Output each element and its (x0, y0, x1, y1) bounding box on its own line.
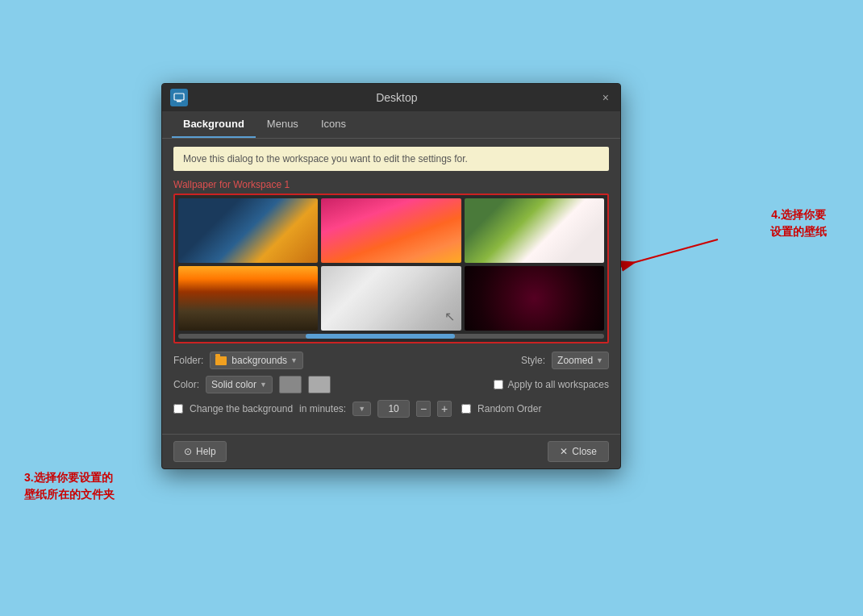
apply-all-label: Apply to all workspaces (508, 379, 609, 390)
folder-icon (215, 356, 227, 365)
random-order-checkbox[interactable] (461, 404, 471, 414)
minutes-dropdown[interactable]: ▼ (352, 402, 371, 416)
wallpaper-grid: ↖ (178, 198, 604, 331)
wallpaper-item-jellyfish[interactable]: ↖ (321, 266, 461, 331)
window-title: Desktop (194, 91, 599, 104)
color-value: Solid color (211, 379, 256, 390)
annotation-right: 4.选择你要设置的壁纸 (770, 206, 827, 240)
app-icon (170, 89, 188, 106)
svg-rect-5 (177, 101, 181, 102)
dialog-content: Move this dialog to the workspace you wa… (162, 139, 620, 429)
info-bar: Move this dialog to the workspace you wa… (173, 147, 609, 171)
color-swatch-2[interactable] (308, 376, 331, 393)
title-bar: Desktop × (162, 84, 620, 111)
wallpaper-scrollbar[interactable] (178, 334, 604, 339)
folder-dropdown-arrow: ▼ (290, 356, 298, 364)
tab-background[interactable]: Background (172, 111, 256, 138)
close-button[interactable]: ✕ Close (548, 441, 609, 462)
wallpaper-container: ↖ (173, 194, 609, 343)
change-bg-checkbox[interactable] (173, 404, 183, 414)
wallpaper-item-road[interactable] (178, 266, 318, 331)
change-bg-label: Change the background (190, 403, 293, 414)
style-label: Style: (521, 355, 545, 366)
svg-rect-4 (174, 94, 184, 100)
tab-bar: Background Menus Icons (162, 111, 620, 139)
wallpaper-item-dark[interactable] (465, 266, 604, 331)
close-icon: ✕ (560, 446, 568, 457)
style-value: Zoomed (557, 355, 593, 366)
folder-label: Folder: (173, 355, 203, 366)
svg-rect-6 (176, 100, 182, 101)
apply-all-row: Apply to all workspaces (494, 379, 609, 390)
tab-icons[interactable]: Icons (310, 111, 357, 138)
close-window-button[interactable]: × (599, 91, 612, 104)
scrollbar-thumb (306, 334, 455, 339)
color-dropdown-arrow: ▼ (260, 381, 267, 389)
apply-all-checkbox[interactable] (494, 380, 503, 389)
style-dropdown[interactable]: Zoomed ▼ (552, 352, 609, 369)
minutes-value[interactable]: 10 (377, 400, 410, 418)
minutes-dropdown-arrow: ▼ (358, 405, 365, 413)
style-section: Style: Zoomed ▼ (521, 352, 609, 369)
wallpaper-item-sunset[interactable] (321, 198, 461, 263)
style-dropdown-arrow: ▼ (596, 356, 603, 364)
wallpaper-item-blossom[interactable] (465, 198, 604, 263)
minutes-increment[interactable]: + (437, 401, 452, 417)
folder-dropdown[interactable]: backgrounds ▼ (210, 352, 303, 369)
annotation-left: 3.选择你要设置的壁纸所在的文件夹 (24, 469, 115, 503)
minutes-label: in minutes: (299, 403, 346, 414)
random-order-label: Random Order (477, 403, 541, 414)
color-swatch-1[interactable] (279, 376, 302, 393)
folder-value: backgrounds (231, 355, 287, 366)
help-icon: ⊙ (184, 446, 192, 457)
color-label: Color: (173, 379, 199, 390)
folder-style-row: Folder: backgrounds ▼ Style: Zoomed ▼ (173, 352, 609, 369)
wallpaper-item-sunflower[interactable] (178, 198, 318, 263)
help-button[interactable]: ⊙ Help (173, 441, 227, 462)
minutes-decrement[interactable]: − (416, 401, 431, 417)
tab-menus[interactable]: Menus (256, 111, 310, 138)
svg-line-2 (621, 239, 718, 266)
workspace-label: Wallpaper for Workspace 1 (173, 179, 609, 190)
desktop-dialog: Desktop × Background Menus Icons Move th… (161, 83, 621, 469)
bottom-bar: ⊙ Help ✕ Close (162, 434, 620, 468)
color-dropdown[interactable]: Solid color ▼ (206, 376, 273, 393)
change-bg-row: Change the background in minutes: ▼ 10 −… (173, 400, 609, 418)
color-row: Color: Solid color ▼ Apply to all worksp… (173, 376, 609, 393)
